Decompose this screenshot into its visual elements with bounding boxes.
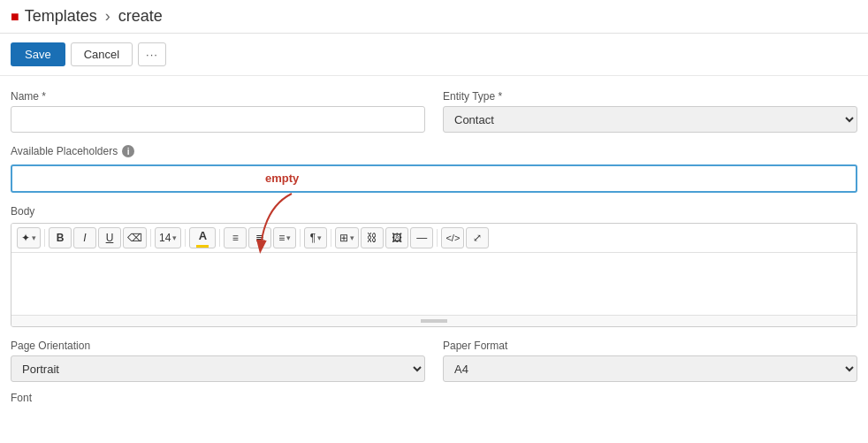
placeholders-label-text: Available Placeholders	[11, 145, 118, 157]
paper-format-select[interactable]: A4 Letter Legal	[443, 355, 857, 382]
font-size-label: 14	[159, 232, 171, 244]
toolbar-sep-2	[150, 229, 151, 247]
placeholders-input[interactable]	[11, 164, 857, 193]
fullscreen-button[interactable]: ⤢	[466, 227, 489, 248]
fullscreen-icon: ⤢	[473, 232, 482, 244]
eraser-button[interactable]: ⌫	[123, 227, 147, 248]
eraser-icon: ⌫	[127, 232, 142, 244]
paragraph-button[interactable]: ¶	[304, 227, 327, 248]
unordered-list-button[interactable]: ≡	[224, 227, 247, 248]
link-button[interactable]: ⛓	[361, 227, 384, 248]
italic-icon: I	[83, 232, 86, 244]
italic-button[interactable]: I	[73, 227, 96, 248]
header-icon: ■	[11, 9, 19, 25]
page-orientation-label: Page Orientation	[11, 340, 425, 352]
body-section: Body ✦ B I U ⌫	[11, 205, 857, 327]
font-color-underline	[196, 245, 209, 248]
magic-toolbar-button[interactable]: ✦	[17, 227, 41, 248]
toolbar-sep-5	[300, 229, 301, 247]
toolbar-sep-6	[331, 229, 331, 247]
cancel-button[interactable]: Cancel	[71, 42, 133, 66]
toolbar-sep-7	[437, 229, 438, 247]
orientation-format-row: Page Orientation Portrait Landscape Pape…	[11, 340, 857, 382]
name-field-group: Name *	[11, 90, 425, 133]
toolbar-sep-1	[44, 229, 45, 247]
breadcrumb-separator: ›	[105, 7, 110, 25]
page-orientation-select[interactable]: Portrait Landscape	[11, 355, 425, 382]
image-icon: 🖼	[392, 232, 402, 244]
form-body: empty Name * Entity Type * Contact Lead …	[0, 76, 868, 418]
placeholders-field-group: Available Placeholders i	[11, 145, 857, 193]
underline-icon: U	[106, 232, 114, 244]
font-size-button[interactable]: 14	[155, 227, 181, 248]
align-icon: ≡	[278, 232, 285, 244]
code-button[interactable]: </>	[441, 227, 464, 248]
editor-content-area[interactable]	[11, 253, 857, 315]
font-label: Font	[11, 392, 32, 404]
name-entity-row: Name * Entity Type * Contact Lead Opport…	[11, 90, 857, 133]
paper-format-group: Paper Format A4 Letter Legal	[443, 340, 857, 382]
entity-type-select[interactable]: Contact Lead Opportunity Account	[443, 106, 857, 133]
breadcrumb: Templates › create	[25, 7, 163, 26]
entity-type-label: Entity Type *	[443, 90, 857, 103]
code-icon: </>	[445, 233, 460, 243]
underline-button[interactable]: U	[98, 227, 121, 248]
ol-icon: ≣	[255, 232, 264, 244]
font-color-icon: A	[199, 229, 207, 242]
save-button[interactable]: Save	[11, 42, 65, 66]
name-input[interactable]	[11, 106, 425, 133]
breadcrumb-root[interactable]: Templates	[25, 7, 97, 25]
ordered-list-button[interactable]: ≣	[248, 227, 271, 248]
breadcrumb-current: create	[118, 7, 163, 25]
toolbar-sep-4	[219, 229, 220, 247]
font-section: Font	[11, 391, 857, 404]
hr-icon: —	[416, 232, 427, 244]
placeholders-label-row: Available Placeholders i	[11, 145, 857, 157]
action-toolbar: Save Cancel ···	[0, 34, 868, 76]
resize-handle-icon	[421, 319, 447, 323]
image-button[interactable]: 🖼	[385, 227, 408, 248]
table-button[interactable]: ⊞	[335, 227, 359, 248]
magic-icon: ✦	[21, 232, 30, 244]
paragraph-icon: ¶	[310, 232, 316, 244]
entity-type-field-group: Entity Type * Contact Lead Opportunity A…	[443, 90, 857, 133]
table-icon: ⊞	[339, 232, 348, 244]
bold-button[interactable]: B	[49, 227, 72, 248]
name-label: Name *	[11, 90, 425, 103]
editor-toolbar: ✦ B I U ⌫ 14	[11, 224, 857, 253]
more-actions-button[interactable]: ···	[138, 42, 166, 66]
body-editor: ✦ B I U ⌫ 14	[11, 223, 857, 327]
paper-format-label: Paper Format	[443, 340, 857, 352]
body-label: Body	[11, 205, 857, 218]
page-orientation-group: Page Orientation Portrait Landscape	[11, 340, 425, 382]
align-button[interactable]: ≡	[273, 227, 296, 248]
link-icon: ⛓	[367, 232, 377, 244]
editor-resize-handle[interactable]	[11, 315, 857, 326]
font-color-button[interactable]: A	[189, 227, 216, 248]
bold-icon: B	[57, 232, 65, 244]
toolbar-sep-3	[185, 229, 186, 247]
placeholders-info-icon[interactable]: i	[122, 145, 134, 157]
ul-icon: ≡	[232, 232, 239, 244]
page-header: ■ Templates › create	[0, 0, 868, 34]
hr-button[interactable]: —	[410, 227, 433, 248]
